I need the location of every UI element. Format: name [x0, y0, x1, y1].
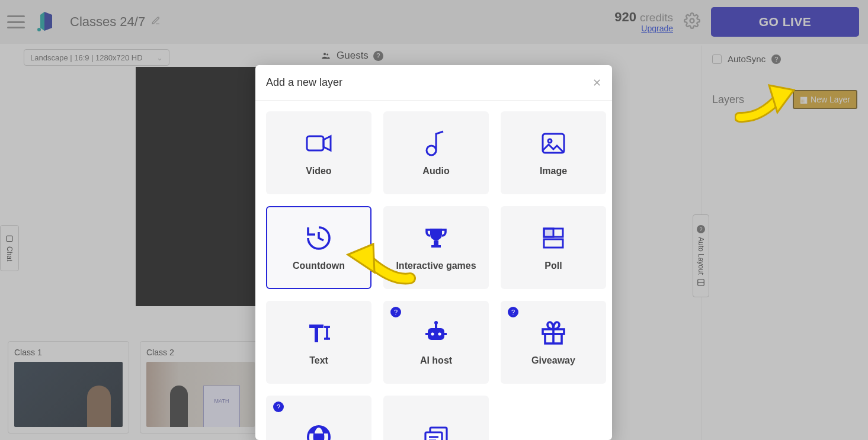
close-icon[interactable]: ✕: [592, 76, 601, 89]
layer-tile-image[interactable]: Image: [501, 111, 606, 194]
layer-tile-slides[interactable]: [383, 396, 489, 440]
svg-point-21: [438, 332, 441, 335]
layer-tile-interactive-games[interactable]: Interactive games: [383, 206, 489, 289]
poll-icon: [539, 224, 568, 252]
countdown-icon: [305, 224, 333, 252]
robot-icon: [422, 319, 450, 347]
svg-point-20: [431, 332, 434, 335]
trophy-icon: [422, 224, 450, 252]
tile-label: Audio: [422, 166, 449, 176]
layer-tile-video[interactable]: Video: [266, 111, 371, 194]
svg-point-11: [427, 146, 436, 155]
video-icon: [305, 129, 333, 158]
svg-rect-9: [307, 136, 324, 150]
layer-tile-poll[interactable]: Poll: [501, 206, 606, 289]
layer-tile-text[interactable]: Text: [266, 301, 371, 384]
globe-icon: [305, 423, 333, 440]
layer-tile-countdown[interactable]: Countdown: [266, 206, 371, 289]
slides-icon: [422, 423, 450, 440]
audio-icon: [422, 129, 450, 158]
layer-tile-audio[interactable]: Audio: [383, 111, 489, 194]
svg-marker-10: [324, 136, 331, 150]
add-layer-modal: Add a new layer ✕ Video Audio Image Coun…: [255, 65, 612, 440]
svg-point-13: [548, 139, 552, 143]
tile-label: Giveaway: [531, 355, 575, 366]
modal-title: Add a new layer: [266, 76, 342, 89]
layer-tile-ai-host[interactable]: ? AI host: [383, 301, 489, 384]
layer-tile-web[interactable]: ?: [266, 396, 371, 440]
help-icon[interactable]: ?: [273, 402, 284, 412]
layer-type-grid: Video Audio Image Countdown Interactive …: [255, 101, 612, 440]
tile-label: Poll: [544, 261, 562, 271]
layer-tile-giveaway[interactable]: ? Giveaway: [501, 301, 606, 384]
svg-point-23: [434, 321, 438, 325]
help-icon[interactable]: ?: [508, 307, 518, 317]
tile-label: Countdown: [293, 261, 345, 271]
tile-label: Image: [540, 166, 567, 176]
tile-label: Video: [306, 166, 331, 176]
tile-label: Interactive games: [396, 261, 476, 271]
gift-icon: [539, 319, 568, 347]
tile-label: AI host: [420, 355, 452, 366]
modal-header: Add a new layer ✕: [255, 65, 612, 101]
help-icon[interactable]: ?: [390, 307, 401, 317]
image-icon: [539, 129, 568, 158]
svg-rect-17: [544, 239, 563, 248]
text-icon: [305, 319, 333, 347]
tile-label: Text: [309, 355, 328, 366]
svg-rect-15: [431, 245, 441, 248]
svg-rect-18: [544, 229, 553, 237]
svg-rect-19: [428, 328, 444, 340]
svg-rect-14: [434, 240, 438, 245]
